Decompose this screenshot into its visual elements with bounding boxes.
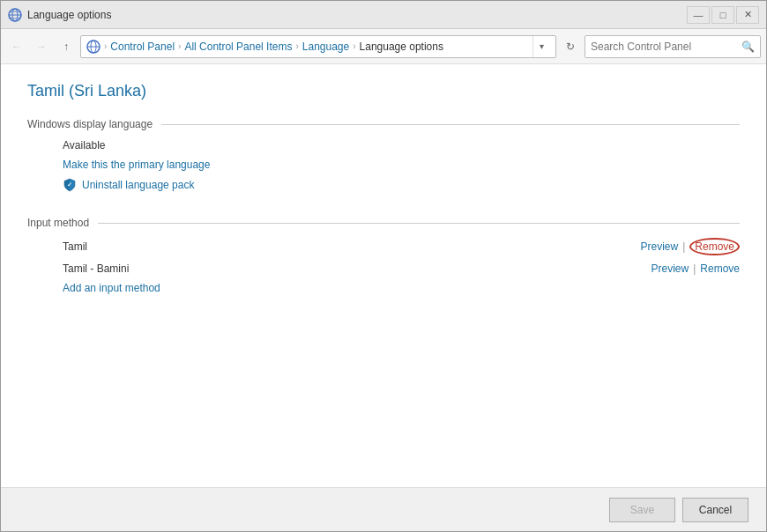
window: Language options — □ ✕ ← → ↑ › Control P… (0, 0, 767, 532)
breadcrumb-dropdown[interactable]: ▾ (532, 36, 550, 57)
display-language-section: Windows display language Available Make … (27, 118, 740, 199)
window-title: Language options (27, 9, 687, 21)
input-method-divider (98, 223, 740, 224)
remove-link-bamini[interactable]: Remove (700, 262, 740, 275)
search-icon: 🔍 (741, 41, 755, 53)
search-box: 🔍 (585, 35, 761, 58)
input-method-actions-bamini: Preview | Remove (652, 262, 741, 275)
window-icon (8, 8, 22, 22)
breadcrumb-control-panel[interactable]: Control Panel (110, 41, 175, 53)
back-button[interactable]: ← (6, 36, 27, 57)
shield-icon: ✓ (63, 178, 77, 192)
display-language-divider (161, 124, 740, 125)
breadcrumb: › Control Panel › All Control Panel Item… (80, 35, 556, 58)
input-method-row-tamil: Tamil Preview | Remove (63, 238, 740, 255)
uninstall-text: Uninstall language pack (82, 179, 194, 191)
input-method-header: Input method (27, 217, 740, 229)
save-button[interactable]: Save (609, 498, 675, 522)
maximize-button[interactable]: □ (711, 6, 734, 24)
input-method-name-bamini: Tamil - Bamini (63, 262, 652, 275)
input-method-name-tamil: Tamil (63, 240, 641, 253)
breadcrumb-current: Language options (360, 41, 443, 53)
input-method-section: Input method Tamil Preview | Remove Tami… (27, 217, 740, 301)
content-area: Tamil (Sri Lanka) Windows display langua… (1, 64, 766, 487)
display-language-header: Windows display language (27, 118, 740, 130)
title-bar: Language options — □ ✕ (1, 1, 766, 29)
breadcrumb-language[interactable]: Language (302, 41, 349, 53)
make-primary-link[interactable]: Make this the primary language (63, 159, 210, 171)
close-button[interactable]: ✕ (736, 6, 759, 24)
nav-bar: ← → ↑ › Control Panel › All Control Pane… (1, 29, 766, 64)
forward-button[interactable]: → (31, 36, 52, 57)
input-method-label: Input method (27, 217, 89, 229)
up-button[interactable]: ↑ (56, 36, 77, 57)
input-method-actions-tamil: Preview | Remove (641, 238, 741, 255)
preview-link-tamil[interactable]: Preview (641, 240, 679, 253)
footer-bar: Save Cancel (1, 487, 766, 531)
display-language-content: Available Make this the primary language… (27, 139, 740, 192)
breadcrumb-icon (86, 40, 101, 54)
breadcrumb-all-items[interactable]: All Control Panel Items (184, 41, 292, 53)
separator-tamil: | (682, 240, 685, 253)
remove-circled-tamil[interactable]: Remove (689, 238, 740, 255)
separator-bamini: | (693, 262, 696, 275)
uninstall-link[interactable]: ✓ Uninstall language pack (63, 178, 740, 192)
window-controls: — □ ✕ (687, 6, 759, 24)
display-language-label: Windows display language (27, 118, 153, 130)
preview-link-bamini[interactable]: Preview (652, 262, 689, 275)
input-method-content: Tamil Preview | Remove Tamil - Bamini Pr… (27, 238, 740, 301)
minimize-button[interactable]: — (687, 6, 710, 24)
availability-status: Available (63, 139, 740, 151)
input-method-row-bamini: Tamil - Bamini Preview | Remove (63, 262, 740, 275)
cancel-button[interactable]: Cancel (682, 498, 748, 522)
refresh-button[interactable]: ↻ (560, 36, 581, 57)
add-input-method-link[interactable]: Add an input method (63, 282, 160, 294)
search-input[interactable] (591, 41, 741, 53)
svg-text:✓: ✓ (67, 181, 72, 188)
page-title: Tamil (Sri Lanka) (27, 82, 740, 100)
